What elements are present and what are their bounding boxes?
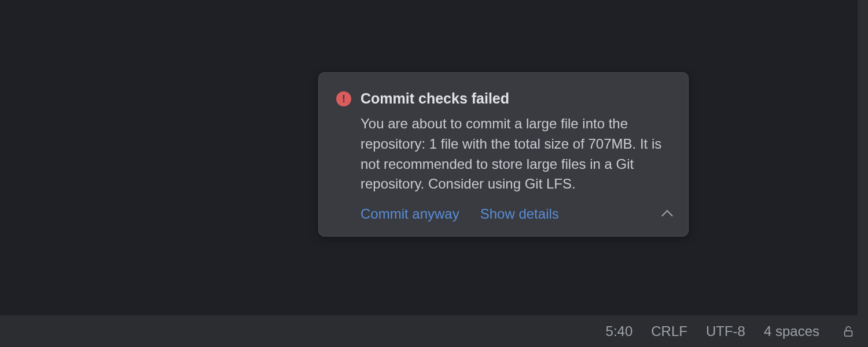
- indent-selector[interactable]: 4 spaces: [764, 323, 819, 339]
- commit-checks-notification: ! Commit checks failed You are about to …: [318, 72, 689, 237]
- notification-header: ! Commit checks failed: [336, 90, 671, 107]
- collapse-toggle[interactable]: [661, 208, 673, 220]
- line-ending-selector[interactable]: CRLF: [651, 323, 687, 339]
- unlock-icon: [842, 325, 855, 338]
- chevron-up-icon: [661, 210, 673, 222]
- status-bar: 5:40 CRLF UTF-8 4 spaces: [0, 315, 868, 347]
- notification-title: Commit checks failed: [361, 90, 509, 107]
- scrollbar-track[interactable]: [858, 0, 868, 315]
- notification-actions: Commit anyway Show details: [361, 206, 671, 222]
- error-icon: !: [336, 91, 351, 106]
- encoding-selector[interactable]: UTF-8: [706, 323, 745, 339]
- show-details-link[interactable]: Show details: [480, 206, 559, 222]
- svg-rect-0: [845, 331, 852, 336]
- error-icon-mark: !: [342, 94, 345, 104]
- cursor-position[interactable]: 5:40: [606, 323, 633, 339]
- commit-anyway-link[interactable]: Commit anyway: [361, 206, 459, 222]
- lock-icon[interactable]: [841, 324, 855, 338]
- notification-body: You are about to commit a large file int…: [361, 114, 671, 194]
